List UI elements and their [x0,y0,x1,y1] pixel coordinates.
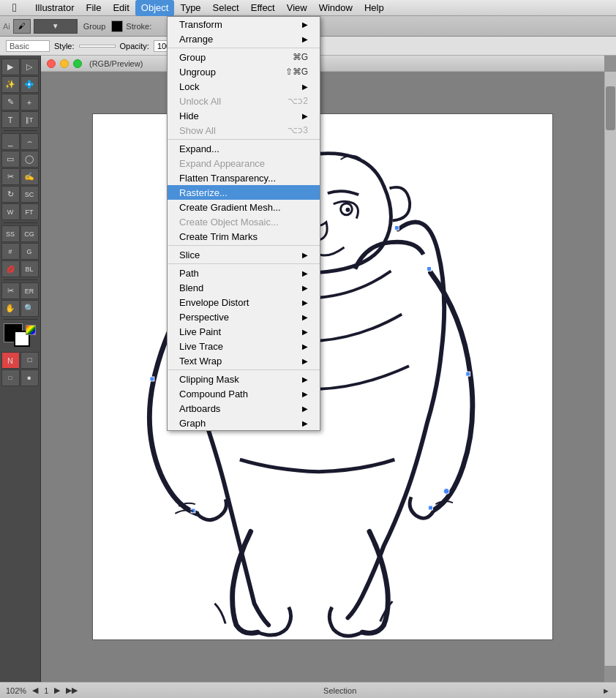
menu-item-transform[interactable]: Transform▶ [168,17,320,31]
menubar-help[interactable]: Help [358,0,390,16]
menubar-edit[interactable]: Edit [107,0,135,16]
menu-item-create-gradient-mesh[interactable]: Create Gradient Mesh... [168,200,320,214]
paintbrush-tool[interactable]: ✂ [1,168,20,185]
menubar-window[interactable]: Window [313,0,358,16]
style-value[interactable] [79,45,116,48]
menu-item-graph[interactable]: Graph▶ [168,416,320,430]
menu-separator [168,263,320,264]
apple-menu[interactable]:  [0,1,29,15]
column-graph-tool[interactable]: CG [20,225,39,242]
close-button[interactable] [47,59,56,68]
menu-item-lock[interactable]: Lock▶ [168,79,320,94]
zoom-tool[interactable]: 🔍 [20,300,39,317]
ellipse-tool[interactable]: ◯ [20,151,39,168]
free-transform-tool[interactable]: FT [20,203,39,220]
view-mode-2[interactable]: ■ [20,369,39,386]
color-controls [4,323,37,350]
selection-tool[interactable]: ▶ [1,59,20,75]
scrollbar-thumb[interactable] [606,86,615,130]
menubar-illustrator[interactable]: Illustrator [29,0,80,16]
menubar-view[interactable]: View [281,0,313,16]
menu-item-text-wrap[interactable]: Text Wrap▶ [168,353,320,368]
eyedropper-tool[interactable]: 💋 [1,260,20,277]
menu-item-label-create-gradient-mesh: Create Gradient Mesh... [179,202,308,213]
maximize-button[interactable] [73,59,82,68]
pen-tool[interactable]: ✎ [1,94,20,110]
none-icon[interactable] [26,325,36,335]
scissors-tool[interactable]: ✂ [1,282,20,299]
nav-prev[interactable]: ◀ [32,686,38,695]
gradient-tool[interactable]: G [20,243,39,260]
menu-item-ungroup[interactable]: Ungroup⇧⌘G [168,64,320,79]
fill-color-box[interactable] [111,20,123,32]
svg-rect-5 [394,225,399,230]
style-label: Style: [54,42,75,50]
menu-item-envelope-distort[interactable]: Envelope Distort▶ [168,295,320,309]
rotate-tool[interactable]: ↻ [1,186,20,203]
rect-tool[interactable]: ▭ [1,151,20,168]
menu-item-clipping-mask[interactable]: Clipping Mask▶ [168,372,320,386]
menu-item-create-object-mosaic: Create Object Mosaic... [168,214,320,229]
type-tool[interactable]: T [1,111,20,128]
menu-item-blend[interactable]: Blend▶ [168,280,320,295]
line-tool[interactable]: ⎯ [1,133,20,150]
magic-wand-tool[interactable]: ✨ [1,76,20,93]
menu-item-live-trace[interactable]: Live Trace▶ [168,339,320,353]
zoom-value[interactable]: 102% [6,686,26,695]
menubar-type[interactable]: Type [174,0,206,16]
menu-item-label-graph: Graph [179,418,302,429]
nav-last[interactable]: ▶▶ [66,686,78,695]
status-arrow[interactable]: ► [602,686,610,695]
hand-tool[interactable]: ✋ [1,300,20,317]
menu-item-create-trim-marks[interactable]: Create Trim Marks [168,229,320,244]
mesh-tool[interactable]: # [1,243,20,260]
svg-rect-8 [150,377,154,381]
symbol-sprayer-tool[interactable]: SS [1,225,20,242]
menu-item-flatten-transparency[interactable]: Flatten Transparency... [168,170,320,185]
tool-row-mode: N ☐ [1,352,40,369]
tool-divider-1 [4,130,37,131]
menu-item-arrange[interactable]: Arrange▶ [168,31,320,46]
arc-tool[interactable]: ⌢ [20,133,39,150]
blend-tool[interactable]: BL [20,260,39,277]
menu-item-arrow-transform: ▶ [302,20,308,29]
menu-item-group[interactable]: Group⌘G [168,50,320,64]
eraser-tool[interactable]: ER [20,282,39,299]
style-dropdown[interactable]: Basic [6,40,50,52]
pencil-tool[interactable]: ✍ [20,168,39,185]
menu-item-label-slice: Slice [179,249,302,260]
scale-tool[interactable]: SC [20,186,39,203]
menu-item-path[interactable]: Path▶ [168,266,320,280]
menu-item-live-paint[interactable]: Live Paint▶ [168,324,320,339]
menu-item-label-hide: Hide [179,110,302,121]
add-anchor-tool[interactable]: + [20,94,39,110]
menu-item-perspective[interactable]: Perspective▶ [168,309,320,324]
view-mode-1[interactable]: □ [1,369,20,386]
direct-selection-tool[interactable]: ▷ [20,59,39,75]
lasso-tool[interactable]: 💠 [20,76,39,93]
menu-item-slice[interactable]: Slice▶ [168,247,320,262]
menubar-object[interactable]: Object [135,0,175,16]
svg-rect-11 [429,506,433,510]
menu-item-hide[interactable]: Hide▶ [168,108,320,123]
svg-point-3 [345,208,350,212]
warp-tool[interactable]: W [1,203,20,220]
menubar-select[interactable]: Select [207,0,245,16]
menubar-file[interactable]: File [80,0,107,16]
tool-row-5: ⎯ ⌢ [1,133,40,150]
vertical-scrollbar[interactable] [604,72,616,666]
menu-item-rasterize[interactable]: Rasterize... [168,185,320,200]
normal-mode[interactable]: N [1,352,20,369]
menu-item-expand[interactable]: Expand... [168,141,320,156]
menu-item-artboards[interactable]: Artboards▶ [168,401,320,416]
minimize-button[interactable] [60,59,69,68]
menu-bar:  Illustrator File Edit Object Type Sele… [0,0,616,16]
nav-next[interactable]: ▶ [54,686,60,695]
screen-mode[interactable]: ☐ [20,352,39,369]
menubar-effect[interactable]: Effect [245,0,281,16]
zoom-control[interactable]: ▼ [34,19,78,34]
menu-item-arrow-compound-path: ▶ [302,390,308,398]
vertical-type-tool[interactable]: ‖T [20,111,39,128]
menu-item-compound-path[interactable]: Compound Path▶ [168,386,320,401]
brush-icon[interactable]: 🖌 [13,19,31,34]
